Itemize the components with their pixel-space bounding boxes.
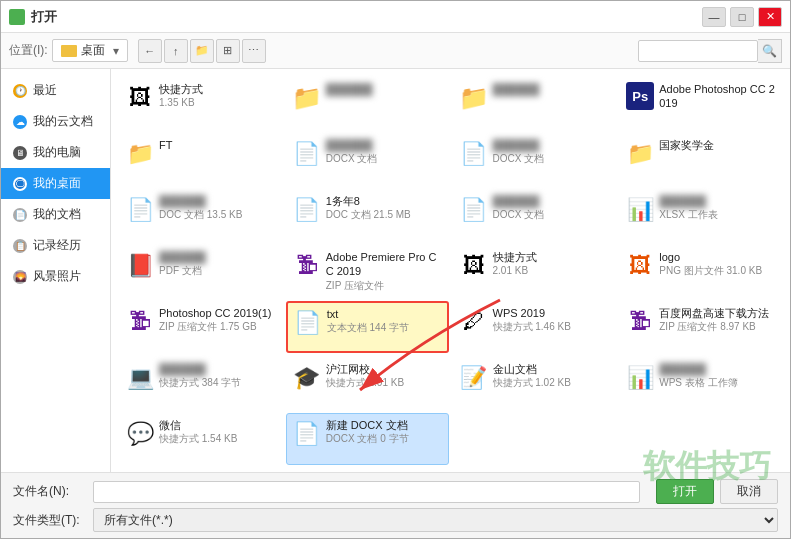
list-item[interactable]: 🗜 Adobe Premiere Pro CC 2019 ZIP 压缩文件	[286, 245, 449, 297]
sidebar-item-desktop[interactable]: 🖵 我的桌面	[1, 168, 110, 199]
file-meta: 快捷方式 384 字节	[159, 376, 275, 389]
file-item-inner: 📁 ██████	[293, 82, 442, 114]
file-type-icon: 📄	[460, 138, 488, 170]
close-button[interactable]: ✕	[758, 7, 782, 27]
file-name: ██████	[659, 194, 775, 208]
list-item[interactable]: 📄 ██████ DOCX 文档	[453, 189, 616, 241]
file-item-inner: 📁 FT	[126, 138, 275, 170]
file-item-inner: 🗜 百度网盘高速下载方法 ZIP 压缩文件 8.97 KB	[626, 306, 775, 338]
up-button[interactable]: ↑	[164, 39, 188, 63]
list-item[interactable]: 📄 ██████ DOCX 文档	[286, 133, 449, 185]
sidebar-item-pc[interactable]: 🖥 我的电脑	[1, 137, 110, 168]
file-type-icon: 🖼	[126, 82, 154, 114]
sidebar-label-docs: 我的文档	[33, 206, 81, 223]
list-item[interactable]: 🗜 Photoshop CC 2019(1) ZIP 压缩文件 1.75 GB	[119, 301, 282, 353]
list-item[interactable]: 📄 ██████ DOCX 文档	[453, 133, 616, 185]
more-button[interactable]: ⋯	[242, 39, 266, 63]
pc-icon: 🖥	[13, 146, 27, 160]
list-item[interactable]: 📁 国家奖学金	[619, 133, 782, 185]
photos-icon: 🌄	[13, 270, 27, 284]
file-meta: DOC 文档 13.5 KB	[159, 208, 275, 221]
filename-input[interactable]	[93, 481, 640, 503]
file-name: ██████	[493, 194, 609, 208]
file-name: Photoshop CC 2019(1)	[159, 306, 275, 320]
new-folder-button[interactable]: 📁	[190, 39, 214, 63]
file-name: ██████	[159, 194, 275, 208]
search-button[interactable]: 🔍	[758, 39, 782, 63]
file-type-icon: 📄	[293, 138, 321, 170]
file-name: 快捷方式	[493, 250, 609, 264]
file-name: 新建 DOCX 文档	[326, 418, 442, 432]
list-item[interactable]: 📄 txt 文本文档 144 字节	[286, 301, 449, 353]
list-item[interactable]: 🖼 logo PNG 图片文件 31.0 KB	[619, 245, 782, 297]
sidebar-item-cloud[interactable]: ☁ 我的云文档	[1, 106, 110, 137]
file-name: 1务年8	[326, 194, 442, 208]
list-item[interactable]: 📕 ██████ PDF 文档	[119, 245, 282, 297]
maximize-button[interactable]: □	[730, 7, 754, 27]
search-input[interactable]	[638, 40, 758, 62]
file-name: ██████	[493, 138, 609, 152]
list-item[interactable]: 🖼 快捷方式 1.35 KB	[119, 77, 282, 129]
history-icon: 📋	[13, 239, 27, 253]
sidebar-item-history[interactable]: 📋 记录经历	[1, 230, 110, 261]
file-meta: 快捷方式 2.01 KB	[326, 376, 442, 389]
dialog-icon	[9, 9, 25, 25]
location-value[interactable]: 桌面 ▾	[52, 39, 128, 62]
list-item[interactable]: Ps Adobe Photoshop CC 2019	[619, 77, 782, 129]
file-meta: 1.35 KB	[159, 96, 275, 109]
list-item[interactable]: 📄 新建 DOCX 文档 DOCX 文档 0 字节	[286, 413, 449, 465]
list-item[interactable]: 🗜 百度网盘高速下载方法 ZIP 压缩文件 8.97 KB	[619, 301, 782, 353]
file-item-inner: 🎓 沪江网校 快捷方式 2.01 KB	[293, 362, 442, 394]
sidebar-item-recent[interactable]: 🕐 最近	[1, 75, 110, 106]
file-info: ██████	[326, 82, 442, 96]
view-button[interactable]: ⊞	[216, 39, 240, 63]
list-item[interactable]: 📊 ██████ XLSX 工作表	[619, 189, 782, 241]
file-info: ██████ WPS 表格 工作簿	[659, 362, 775, 389]
list-item[interactable]: 📁 ██████	[286, 77, 449, 129]
file-item-inner: 🖊 WPS 2019 快捷方式 1.46 KB	[460, 306, 609, 338]
file-name: logo	[659, 250, 775, 264]
sidebar-item-photos[interactable]: 🌄 风景照片	[1, 261, 110, 292]
back-button[interactable]: ←	[138, 39, 162, 63]
list-item[interactable]: 📄 ██████ DOC 文档 13.5 KB	[119, 189, 282, 241]
list-item[interactable]: 🖊 WPS 2019 快捷方式 1.46 KB	[453, 301, 616, 353]
sidebar-item-docs[interactable]: 📄 我的文档	[1, 199, 110, 230]
file-meta: DOCX 文档	[493, 152, 609, 165]
file-info: Adobe Photoshop CC 2019	[659, 82, 775, 111]
file-name: ██████	[493, 82, 609, 96]
file-info: ██████ XLSX 工作表	[659, 194, 775, 221]
list-item[interactable]: 💬 微信 快捷方式 1.54 KB	[119, 413, 282, 465]
file-type-icon: 🖊	[460, 306, 488, 338]
file-item-inner: 🖼 logo PNG 图片文件 31.0 KB	[626, 250, 775, 282]
file-info: FT	[159, 138, 275, 152]
list-item[interactable]: 💻 ██████ 快捷方式 384 字节	[119, 357, 282, 409]
list-item[interactable]: 📁 FT	[119, 133, 282, 185]
docs-icon: 📄	[13, 208, 27, 222]
file-name: FT	[159, 138, 275, 152]
titlebar: 打开 — □ ✕	[1, 1, 790, 33]
list-item[interactable]: 📄 1务年8 DOC 文档 21.5 MB	[286, 189, 449, 241]
file-item-inner: 📊 ██████ WPS 表格 工作簿	[626, 362, 775, 394]
list-item[interactable]: 🎓 沪江网校 快捷方式 2.01 KB	[286, 357, 449, 409]
file-item-inner: 📄 ██████ DOCX 文档	[293, 138, 442, 170]
cancel-button[interactable]: 取消	[720, 479, 778, 504]
file-item-inner: 📄 txt 文本文档 144 字节	[294, 307, 441, 339]
minimize-button[interactable]: —	[702, 7, 726, 27]
file-name: WPS 2019	[493, 306, 609, 320]
recent-icon: 🕐	[13, 84, 27, 98]
list-item[interactable]: 🖼 快捷方式 2.01 KB	[453, 245, 616, 297]
filetype-select[interactable]: 所有文件(*.*)	[93, 508, 778, 532]
list-item[interactable]: 📁 ██████	[453, 77, 616, 129]
open-button[interactable]: 打开	[656, 479, 714, 504]
list-item[interactable]: 📝 金山文档 快捷方式 1.02 KB	[453, 357, 616, 409]
file-info: ██████ DOCX 文档	[493, 194, 609, 221]
titlebar-controls: — □ ✕	[702, 7, 782, 27]
list-item[interactable]: 📊 ██████ WPS 表格 工作簿	[619, 357, 782, 409]
cloud-icon: ☁	[13, 115, 27, 129]
file-name: ██████	[326, 82, 442, 96]
file-meta: 快捷方式 1.02 KB	[493, 376, 609, 389]
file-name: txt	[327, 307, 441, 321]
sidebar-label-cloud: 我的云文档	[33, 113, 93, 130]
file-info: ██████ DOCX 文档	[326, 138, 442, 165]
location-dropdown-icon[interactable]: ▾	[113, 44, 119, 58]
